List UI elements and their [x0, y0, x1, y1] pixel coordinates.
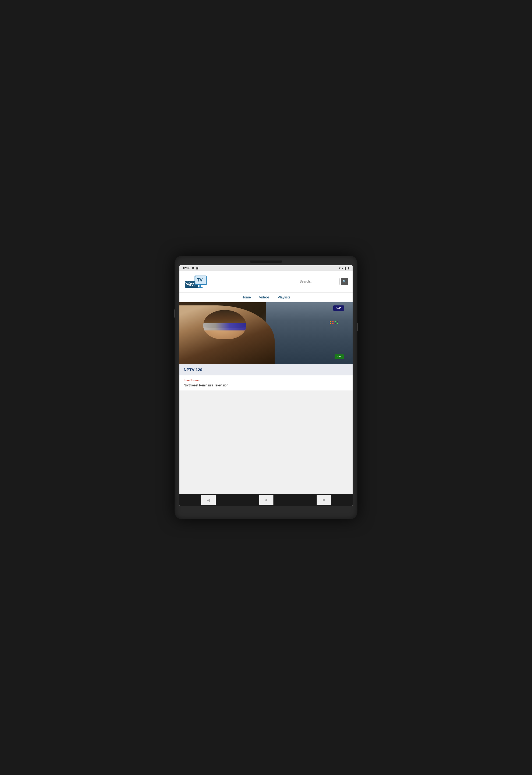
bottom-nav: ◀ ● ■	[179, 494, 353, 506]
panel-dot-3	[335, 321, 336, 322]
nav-playlists[interactable]: Playlists	[278, 295, 290, 299]
video-thumbnail[interactable]: NASA 2:11	[179, 302, 353, 364]
panel-dots	[330, 321, 339, 324]
wifi-icon: ▼▲	[338, 267, 344, 270]
video-person	[179, 305, 275, 364]
search-area: 🔍	[297, 278, 348, 285]
video-title: NPTV 120	[184, 367, 348, 372]
status-bar: 12:35 ⚙ ▣ ▼▲ ▌ ▮	[179, 265, 353, 271]
timer-badge: 2:11	[335, 354, 344, 359]
video-person-head	[203, 310, 246, 339]
panel-dot-6	[332, 323, 334, 324]
home-button[interactable]: ●	[259, 495, 274, 505]
video-info-card: NPTV 120	[179, 364, 353, 375]
panel-dot-8	[337, 323, 338, 324]
panel-dot-1	[330, 321, 331, 322]
sim-icon: ▣	[196, 267, 198, 270]
nasa-badge: NASA	[333, 305, 344, 311]
logo-area: PAPA TV	[184, 273, 208, 289]
browser-content[interactable]: PAPA TV 🔍 Home Videos	[179, 271, 353, 494]
settings-icon: ⚙	[192, 267, 194, 270]
papa-tv-logo: PAPA TV	[184, 273, 208, 289]
video-scene: NASA 2:11	[179, 302, 353, 364]
channel-name: Northwest Peninsula Television	[184, 383, 348, 387]
panel-dot-7	[335, 323, 336, 324]
search-icon: 🔍	[342, 279, 347, 284]
panel-dot-4	[337, 321, 338, 322]
status-right: ▼▲ ▌ ▮	[338, 267, 349, 270]
svg-rect-4	[198, 287, 203, 288]
search-button[interactable]: 🔍	[341, 278, 348, 285]
nav-videos[interactable]: Videos	[259, 295, 270, 299]
recent-button[interactable]: ■	[317, 495, 331, 505]
device-speaker	[250, 260, 282, 263]
nav-home[interactable]: Home	[242, 295, 251, 299]
search-input[interactable]	[297, 278, 340, 285]
app-header: PAPA TV 🔍	[179, 271, 353, 292]
status-time: 12:35	[183, 266, 190, 270]
power-button	[357, 323, 358, 331]
volume-button	[174, 309, 175, 317]
back-button[interactable]: ◀	[201, 495, 216, 505]
device-frame: 12:35 ⚙ ▣ ▼▲ ▌ ▮	[175, 256, 357, 519]
status-left: 12:35 ⚙ ▣	[183, 266, 198, 270]
content-area	[179, 391, 353, 494]
video-description: Live Stream Northwest Peninsula Televisi…	[179, 375, 353, 391]
battery-icon: ▮	[348, 267, 349, 270]
video-glasses	[203, 323, 246, 330]
device-screen: 12:35 ⚙ ▣ ▼▲ ▌ ▮	[179, 265, 353, 506]
panel-dot-2	[332, 321, 334, 322]
signal-icon: ▌	[345, 267, 347, 270]
nav-bar: Home Videos Playlists	[179, 292, 353, 302]
svg-text:TV: TV	[197, 277, 203, 282]
panel-dot-5	[330, 323, 331, 324]
svg-rect-3	[200, 285, 201, 287]
live-stream-label: Live Stream	[184, 378, 348, 382]
